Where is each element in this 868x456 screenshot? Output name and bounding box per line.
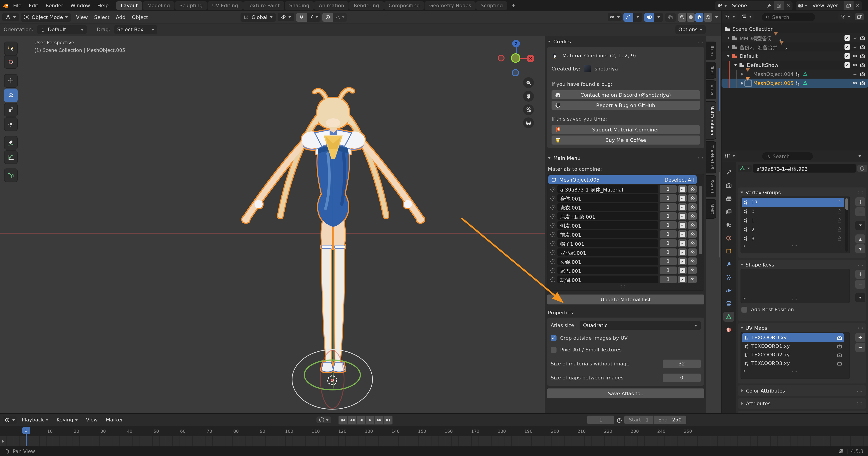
material-settings-button[interactable] (688, 249, 697, 256)
mesh-data-icon[interactable] (803, 71, 808, 77)
expand-icon[interactable] (728, 37, 730, 39)
playback-menu[interactable]: Playback (19, 416, 52, 424)
vertex-group-row[interactable]: 17 (742, 198, 844, 207)
sidebar-tab[interactable]: Sword (706, 175, 716, 197)
tool-measure[interactable] (4, 151, 18, 164)
add-rest-position-checkbox[interactable] (741, 307, 747, 313)
eye-closed-icon[interactable] (852, 44, 858, 50)
camera-icon[interactable] (860, 44, 865, 50)
drag-handle-icon[interactable]: ∷∷ (698, 156, 704, 160)
material-layer-field[interactable]: 1 (659, 230, 677, 238)
material-enabled-checkbox[interactable]: ✓ (678, 203, 687, 211)
modifier-icon[interactable] (796, 71, 801, 77)
menu-item[interactable]: Help (94, 1, 112, 10)
eye-open-icon[interactable] (852, 80, 858, 86)
outliner-display-mode[interactable] (723, 13, 737, 20)
material-settings-button[interactable] (688, 230, 697, 238)
proportional-falloff-selector[interactable] (333, 13, 346, 22)
outliner-row-scene-collection[interactable]: Scene Collection (721, 24, 868, 33)
perspective-toggle-icon[interactable] (523, 118, 534, 128)
pixel-art-checkbox[interactable] (551, 347, 557, 353)
sidebar-scrollbar-active[interactable] (719, 68, 720, 111)
outliner-row-default[interactable]: Default ✓ (721, 52, 868, 61)
size-gaps-field[interactable]: 0 (663, 373, 701, 382)
workspace-tab[interactable]: Geometry Nodes (425, 1, 476, 10)
new-viewlayer-icon[interactable] (844, 1, 854, 10)
stopwatch-icon[interactable] (616, 417, 622, 423)
workspace-tab[interactable]: Rendering (349, 1, 383, 10)
material-row[interactable]: 身体.001 1 ✓ (548, 194, 697, 202)
tab-constraints[interactable] (723, 299, 734, 308)
properties-options-dropdown[interactable] (859, 155, 861, 157)
outliner-row-meshobject-005[interactable]: MeshObject.005 (721, 78, 868, 88)
transform-orientation-selector[interactable]: Global (241, 13, 276, 22)
modifier-icon[interactable] (796, 80, 801, 86)
tool-add-cube[interactable] (4, 168, 18, 182)
viewport-3d[interactable]: Object Mode ViewSelectAddObject Global (0, 11, 721, 413)
mesh-datablock-dropdown[interactable] (738, 165, 752, 172)
material-name-field[interactable]: 身体.001 (557, 194, 658, 202)
outliner-row-meshobject-004[interactable]: MeshObject.004 (721, 70, 868, 78)
menu-item[interactable]: File (9, 1, 25, 10)
uv-map-row[interactable]: TEXCOORD1.xy (742, 342, 844, 351)
workspace-tab[interactable]: Shading (285, 1, 314, 10)
vertex-group-specials-menu[interactable] (855, 221, 865, 230)
crop-checkbox-row[interactable]: ✓ Crop outside images by UV (551, 335, 701, 341)
tab-object[interactable] (723, 246, 734, 256)
timeline-view-menu[interactable]: View (83, 416, 101, 424)
zoom-icon[interactable] (523, 77, 534, 88)
atlas-size-dropdown[interactable]: Quadratic (579, 321, 701, 330)
vertex-group-row[interactable]: 0 (742, 207, 844, 216)
tab-material[interactable] (723, 325, 734, 335)
material-layer-field[interactable]: 1 (659, 221, 677, 229)
material-row[interactable]: 侧发.001 1 ✓ (548, 221, 697, 229)
workspace-tab[interactable]: Compositing (384, 1, 424, 10)
update-material-list-button[interactable]: Update Material List (547, 295, 704, 304)
discord-button[interactable]: Contact me on Discord (@shotariya) (552, 90, 700, 99)
uv-maps-header[interactable]: UV Maps∷∷ (741, 324, 864, 332)
proportional-edit-toggle[interactable] (322, 13, 333, 22)
material-enabled-checkbox[interactable]: ✓ (678, 275, 687, 283)
axis-x-ball[interactable]: X (527, 55, 534, 62)
material-layer-field[interactable]: 1 (659, 185, 677, 193)
outliner-search-input[interactable]: Search (762, 13, 815, 21)
snap-target-selector[interactable] (307, 13, 320, 22)
collapsed-panel-header[interactable]: Color Attributes∷∷ (738, 385, 866, 396)
scene-icon[interactable] (715, 1, 729, 10)
list-scrollbar-thumb[interactable] (845, 198, 848, 210)
credits-panel-header[interactable]: Credits∷∷ (548, 38, 704, 45)
tab-viewlayer[interactable] (723, 207, 734, 217)
material-name-field[interactable]: 帽子1.001 (557, 239, 658, 247)
render-camera-off-icon[interactable] (837, 361, 842, 366)
uv-map-row[interactable]: TEXCOORD2.xy (742, 351, 844, 359)
scene-name[interactable]: Scene (729, 3, 764, 8)
current-frame-field[interactable]: 1 (587, 416, 614, 424)
end-frame-field[interactable]: End250 (654, 416, 686, 424)
overlays-options-dropdown[interactable] (654, 13, 663, 22)
tool-move[interactable] (4, 74, 18, 88)
sidebar-scrollbar[interactable] (719, 172, 720, 258)
sidebar-tab[interactable]: Tool (706, 62, 716, 79)
lock-open-icon[interactable] (837, 227, 842, 232)
sidebar-tab[interactable]: MMD (706, 199, 716, 219)
workspace-tab[interactable]: UV Editing (208, 1, 243, 10)
camera-icon[interactable] (860, 80, 865, 86)
list-resize-handle[interactable]: ∷∷ (548, 284, 697, 290)
viewport-menu-item[interactable]: Object (129, 13, 151, 22)
workspace-tab[interactable]: Modeling (143, 1, 175, 10)
pivot-point-selector[interactable] (277, 13, 294, 21)
camera-icon[interactable] (860, 62, 865, 68)
axis-z-ball[interactable]: Z (512, 40, 520, 47)
move-group-up-button[interactable]: ▲ (855, 234, 865, 243)
lock-open-icon[interactable] (837, 200, 842, 205)
axis-neg-z-ball[interactable] (512, 69, 519, 76)
material-name-field[interactable]: af39a873-1-身体_Material (557, 185, 658, 193)
tool-transform[interactable] (4, 118, 18, 131)
save-atlas-button[interactable]: Save Atlas to.. (547, 388, 704, 398)
material-enabled-checkbox[interactable]: ✓ (678, 221, 687, 229)
pin-icon[interactable] (764, 1, 774, 10)
lock-open-icon[interactable] (837, 218, 842, 223)
menu-item[interactable]: Render (42, 1, 67, 10)
workspace-tab[interactable]: Layout (116, 1, 143, 10)
tab-output[interactable] (723, 194, 734, 204)
